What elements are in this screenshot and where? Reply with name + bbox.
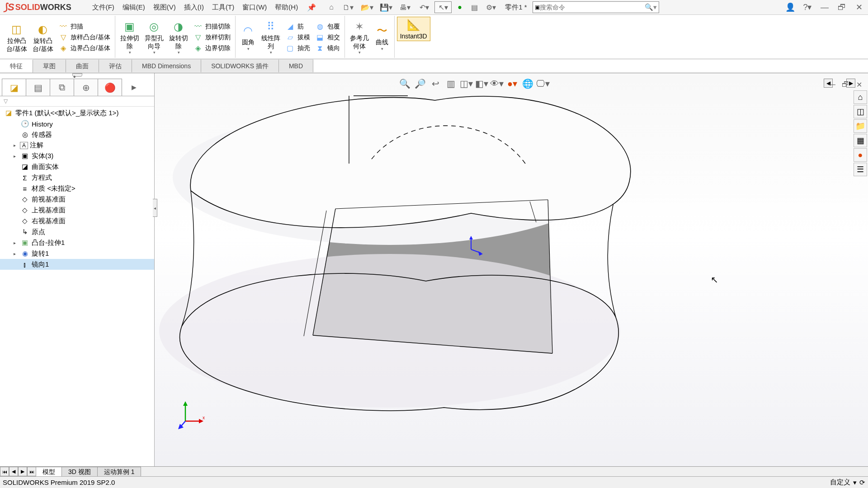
intersect-button[interactable]: ⬓相交 [315,33,341,42]
edit-appearance-icon[interactable]: ●▾ [505,77,519,90]
view-orientation-icon[interactable]: ◫▾ [459,77,473,90]
menu-tools[interactable]: 工具(T) [208,1,238,14]
taskpane-home-icon[interactable]: ⌂ [854,90,867,104]
bottom-tab-motion[interactable]: 运动算例 1 [97,467,142,476]
child-restore-icon[interactable]: 🗗 [839,79,852,90]
taskpane-file-explorer-icon[interactable]: 📁 [854,119,867,133]
shell-button[interactable]: ▢抽壳 [285,43,311,53]
home-icon[interactable]: ⌂ [325,1,338,13]
wrap-button[interactable]: ◍包覆 [315,22,341,32]
panel-collapse-handle[interactable]: ◂ [153,199,157,217]
menu-edit[interactable]: 编辑(E) [119,1,149,14]
view-settings-icon[interactable]: 🖵▾ [536,77,550,90]
revolve-boss-button[interactable]: ◐旋转凸 台/基体 [30,22,56,53]
tab-nav-next[interactable]: ▶ [18,467,27,476]
boundary-cut-button[interactable]: ◈边界切除 [193,43,231,53]
tree-sensors[interactable]: ◎传感器 [0,129,154,140]
tab-sw-addins[interactable]: SOLIDWORKS 插件 [201,59,279,72]
panel-tab-feature-tree[interactable]: ◪ [2,79,26,96]
previous-view-icon[interactable]: ↩ [429,77,442,90]
3d-viewport[interactable]: x ↖ [155,73,868,476]
panel-tab-display[interactable]: 🔴 [98,79,122,96]
instant3d-button[interactable]: 📐Instant3D [397,17,430,41]
tree-surface-bodies[interactable]: ◪曲面实体 [0,161,154,172]
tab-nav-prev[interactable]: ◀ [9,467,18,476]
tree-mirror1[interactable]: ⫿镜向1 [0,259,154,270]
rib-button[interactable]: ◢筋 [285,22,311,32]
tab-nav-first[interactable]: ⏮ [0,467,9,476]
tree-history[interactable]: 🕑History [0,118,154,129]
menu-help[interactable]: 帮助(H) [271,1,302,14]
curves-button[interactable]: 〜曲线▾ [372,23,392,52]
zoom-area-icon[interactable]: 🔎 [413,77,427,90]
fillet-button[interactable]: ◠圆角▾ [238,23,259,52]
settings-icon[interactable]: ⚙▾ [482,1,500,13]
tree-front-plane[interactable]: ◇前视基准面 [0,194,154,205]
user-icon[interactable]: 👤 [784,1,797,13]
child-minimize-icon[interactable]: — [826,79,838,90]
rebuild-icon[interactable]: ● [453,1,466,13]
apply-scene-icon[interactable]: 🌐 [521,77,534,90]
menu-insert[interactable]: 插入(I) [180,1,208,14]
tree-origin[interactable]: ↳原点 [0,226,154,237]
restore-icon[interactable]: 🗗 [835,1,848,13]
ref-geometry-button[interactable]: ✶参考几 何体▾ [347,19,372,55]
tree-solid-bodies[interactable]: ▸▣实体(3) [0,150,154,161]
undo-icon[interactable]: ↶▾ [415,1,433,13]
new-icon[interactable]: 🗋▾ [340,1,357,13]
revolve-cut-button[interactable]: ◑旋转切 除▾ [166,19,191,55]
taskpane-design-library-icon[interactable]: ◫ [854,105,867,118]
hole-wizard-button[interactable]: ◎异型孔 向导▾ [142,19,166,55]
zoom-fit-icon[interactable]: 🔍 [398,77,411,90]
minimize-icon[interactable]: — [818,1,831,13]
tree-annotations[interactable]: ▸A注解 [0,140,154,150]
options-list-icon[interactable]: ▤ [468,1,481,13]
extrude-boss-button[interactable]: ◫拉伸凸 台/基体 [4,22,30,53]
tab-evaluate[interactable]: 评估 [99,59,132,72]
search-input[interactable] [540,4,645,11]
tree-equations[interactable]: Σ方程式 [0,172,154,183]
taskpane-custom-props-icon[interactable]: ☰ [854,163,867,176]
save-icon[interactable]: 💾▾ [377,1,395,13]
child-close-icon[interactable]: ✕ [853,79,865,90]
tree-material[interactable]: ≡材质 <未指定> [0,183,154,194]
print-icon[interactable]: 🖶▾ [396,1,414,13]
linear-pattern-button[interactable]: ⠿线性阵 列▾ [259,19,283,55]
taskpane-view-palette-icon[interactable]: ▦ [854,134,867,147]
tab-mbd-dimensions[interactable]: MBD Dimensions [132,59,201,72]
menu-view[interactable]: 视图(V) [150,1,179,14]
panel-tab-more[interactable]: ▶ [122,79,146,96]
panel-tab-dimxpert[interactable]: ⊕ [74,79,98,96]
tree-top-plane[interactable]: ◇上视基准面 [0,205,154,216]
tab-mbd[interactable]: MBD [279,59,313,72]
close-icon[interactable]: ✕ [853,1,865,13]
bottom-tab-3dview[interactable]: 3D 视图 [61,467,98,476]
panel-tab-config[interactable]: ⧉ [50,79,74,96]
panel-splitter-handle[interactable]: ∘ [72,73,82,77]
sweep-boss-button[interactable]: 〰扫描 [58,22,111,32]
open-icon[interactable]: 📂▾ [359,1,376,13]
help-icon[interactable]: ?▾ [801,1,814,13]
menu-window[interactable]: 窗口(W) [239,1,270,14]
status-refresh-icon[interactable]: ⟳ [859,479,865,487]
panel-tab-property[interactable]: ▤ [26,79,50,96]
status-dropdown-icon[interactable]: ▾ [853,479,857,487]
hide-show-icon[interactable]: 👁▾ [490,77,504,90]
loft-boss-button[interactable]: ▽放样凸台/基体 [58,33,111,42]
tree-root[interactable]: ◪零件1 (默认<<默认>_显示状态 1>) [0,108,154,118]
sweep-cut-button[interactable]: 〰扫描切除 [193,22,231,32]
tree-extrude1[interactable]: ▸▣凸台-拉伸1 [0,237,154,248]
tab-surfaces[interactable]: 曲面 [66,59,99,72]
display-style-icon[interactable]: ◧▾ [475,77,488,90]
menu-file[interactable]: 文件(F) [89,1,118,14]
extrude-cut-button[interactable]: ▣拉伸切 除▾ [118,19,142,55]
tab-sketch[interactable]: 草图 [33,59,66,72]
status-custom-label[interactable]: 自定义 [830,478,850,487]
tree-revolve1[interactable]: ▸◉旋转1 [0,248,154,259]
draft-button[interactable]: ▱拔模 [285,33,311,42]
bottom-tab-model[interactable]: 模型 [36,467,62,476]
tree-filter[interactable]: ▽ [0,96,154,107]
search-icon[interactable]: 🔍▾ [645,3,657,11]
tab-features[interactable]: 特征 [0,59,33,73]
tab-nav-last[interactable]: ⏭ [27,467,36,476]
